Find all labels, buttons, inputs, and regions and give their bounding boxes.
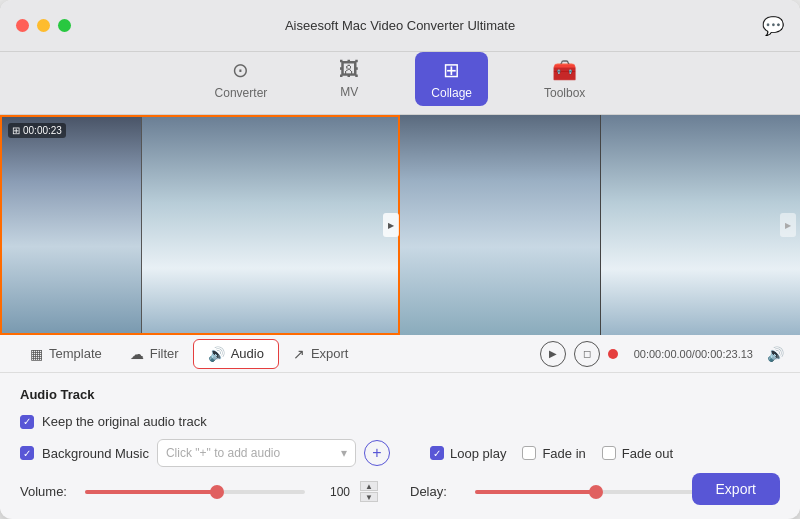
audio-settings-panel: Audio Track ✓ Keep the original audio tr… [0,373,800,516]
collage-label: Collage [431,86,472,100]
select-chevron-icon: ▾ [341,446,347,460]
fade-in-label: Fade in [542,446,585,461]
keep-original-label: Keep the original audio track [42,414,207,429]
filter-icon: ☁ [130,346,144,362]
left-video-panel: ⊞ 00:00:23 ▶ [0,115,400,335]
bm-and-options-row: ✓ Background Music Click "+" to add audi… [20,439,780,467]
right-video-clip-1[interactable] [400,115,601,335]
nav-tabs: ⊙ Converter 🖼 MV ⊞ Collage 🧰 Toolbox [0,52,800,115]
background-music-label: Background Music [42,446,149,461]
keep-original-checkbox[interactable]: ✓ [20,415,34,429]
delay-label: Delay: [410,484,465,499]
app-window: Aiseesoft Mac Video Converter Ultimate 💬… [0,0,800,519]
right-video-clip-2[interactable]: ▶ [601,115,801,335]
tab-converter[interactable]: ⊙ Converter [199,52,284,106]
audio-file-select[interactable]: Click "+" to add audio ▾ [157,439,356,467]
converter-label: Converter [215,86,268,100]
audio-icon: 🔊 [208,346,225,362]
tab-filter[interactable]: ☁ Filter [116,340,193,368]
keep-original-row: ✓ Keep the original audio track [20,414,780,429]
volume-icon[interactable]: 🔊 [767,346,784,362]
video-timestamp: ⊞ 00:00:23 [8,123,66,138]
tab-export[interactable]: ↗ Export [279,340,363,368]
toolbox-icon: 🧰 [552,58,577,82]
export-tab-icon: ↗ [293,346,305,362]
volume-slider-track[interactable] [85,490,305,494]
window-title: Aiseesoft Mac Video Converter Ultimate [285,18,515,33]
volume-slider-thumb[interactable] [210,485,224,499]
toolbox-label: Toolbox [544,86,585,100]
left-video-clip-2[interactable]: ▶ [142,117,398,333]
fade-in-checkbox[interactable] [522,446,536,460]
sliders-row: Volume: 100 ▲ ▼ Delay: [20,481,780,502]
play-button[interactable]: ▶ [540,341,566,367]
chat-icon[interactable]: 💬 [762,15,784,37]
right-handle[interactable]: ▶ [780,213,796,237]
stop-button[interactable]: ◻ [574,341,600,367]
grid-icon: ⊞ [12,125,20,136]
playback-options: ✓ Loop play Fade in Fade out [430,446,673,461]
tab-audio[interactable]: 🔊 Audio [193,339,279,369]
minimize-button[interactable] [37,19,50,32]
volume-increment[interactable]: ▲ [360,481,378,491]
volume-slider-fill [85,490,217,494]
tab-mv[interactable]: 🖼 MV [323,52,375,106]
close-button[interactable] [16,19,29,32]
maximize-button[interactable] [58,19,71,32]
delay-slider-fill [475,490,596,494]
template-label: Template [49,346,102,361]
fade-in-item: Fade in [522,446,585,461]
volume-col: Volume: 100 ▲ ▼ [20,481,390,502]
bottom-tabs-bar: ▦ Template ☁ Filter 🔊 Audio ↗ Export ▶ ◻… [0,335,800,373]
audio-label: Audio [231,346,264,361]
converter-icon: ⊙ [232,58,249,82]
filter-label: Filter [150,346,179,361]
add-audio-button[interactable]: + [364,440,390,466]
titlebar: Aiseesoft Mac Video Converter Ultimate 💬 [0,0,800,52]
loop-play-label: Loop play [450,446,506,461]
record-indicator [608,349,618,359]
loop-play-checkbox[interactable]: ✓ [430,446,444,460]
tab-template[interactable]: ▦ Template [16,340,116,368]
right-video-panel: ▶ [400,115,800,335]
export-button-container: Export [692,473,780,505]
background-music-row: ✓ Background Music Click "+" to add audi… [20,439,390,467]
fade-out-checkbox[interactable] [602,446,616,460]
collage-icon: ⊞ [443,58,460,82]
tab-collage[interactable]: ⊞ Collage [415,52,488,106]
volume-label: Volume: [20,484,75,499]
audio-select-placeholder: Click "+" to add audio [166,446,280,460]
divider-handle[interactable]: ▶ [383,213,399,237]
delay-slider-track[interactable] [475,490,695,494]
volume-value: 100 [315,485,350,499]
mv-label: MV [340,85,358,99]
settings-area: Audio Track ✓ Keep the original audio tr… [0,373,800,519]
section-title: Audio Track [20,387,780,402]
traffic-lights [16,19,71,32]
fade-out-item: Fade out [602,446,673,461]
loop-play-item: ✓ Loop play [430,446,506,461]
export-tab-label: Export [311,346,349,361]
tab-toolbox[interactable]: 🧰 Toolbox [528,52,601,106]
background-music-checkbox[interactable]: ✓ [20,446,34,460]
volume-decrement[interactable]: ▼ [360,492,378,502]
volume-stepper[interactable]: ▲ ▼ [360,481,378,502]
fade-out-label: Fade out [622,446,673,461]
video-area: ⊞ 00:00:23 ▶ ▶ [0,115,800,335]
delay-slider-thumb[interactable] [589,485,603,499]
export-button[interactable]: Export [692,473,780,505]
template-icon: ▦ [30,346,43,362]
time-display: 00:00:00.00/00:00:23.13 [634,348,753,360]
mv-icon: 🖼 [339,58,359,81]
left-video-clip-1[interactable]: ⊞ 00:00:23 [2,117,142,333]
playback-controls: ▶ ◻ 00:00:00.00/00:00:23.13 🔊 [540,341,784,367]
